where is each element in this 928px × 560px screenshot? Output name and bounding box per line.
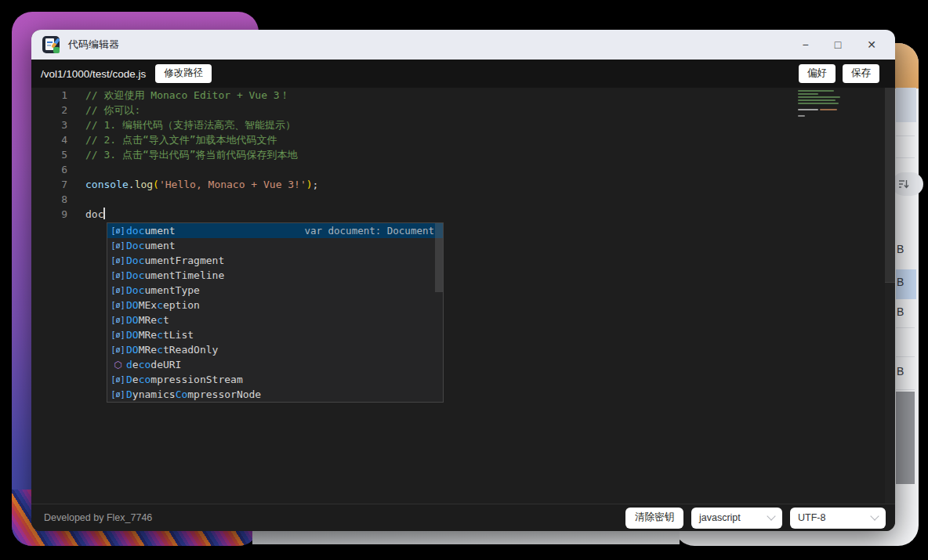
code-editor-area[interactable]: 123456789 // 欢迎使用 Monaco Editor + Vue 3！… [31,88,895,504]
sort-descending-icon [898,179,909,190]
variable-kind-icon: [ø] [110,345,126,354]
statusbar: Developed by Flex_7746 清除密钥 javascript U… [31,504,895,531]
code-line[interactable]: // 欢迎使用 Monaco Editor + Vue 3！ [85,88,793,103]
app-icon [42,36,60,53]
clear-key-button[interactable]: 清除密钥 [625,508,683,529]
file-path: /vol1/1000/test/code.js [41,68,146,80]
minimap[interactable] [798,90,884,118]
sort-button [892,172,923,196]
suggest-label: DynamicsCompressorNode [126,388,261,400]
line-number: 1 [31,88,67,103]
line-number: 4 [31,132,67,147]
background-window-bottom-strip [252,531,680,544]
chevron-down-icon [870,511,879,520]
suggest-scrollbar-thumb[interactable] [435,223,443,292]
minimize-button[interactable]: − [803,39,809,50]
code-content[interactable]: // 欢迎使用 Monaco Editor + Vue 3！// 你可以:// … [85,88,793,222]
filemanager-row-divider [896,135,915,136]
line-number: 2 [31,103,67,117]
filemanager-row-divider [896,356,915,357]
line-number: 6 [31,162,67,177]
code-editor-window: 代码编辑器 − □ ✕ /vol1/1000/test/code.js 修改路径… [31,30,895,531]
module-kind-icon: ⬡ [110,359,126,370]
save-button[interactable]: 保存 [843,64,879,83]
suggest-label: DOMException [126,299,200,311]
language-select-value: javascript [699,512,741,523]
language-select[interactable]: javascript [691,508,782,529]
code-line[interactable] [85,192,793,207]
filemanager-toolbar-sliver [896,88,916,122]
suggest-item[interactable]: [ø]DOMException [107,298,443,313]
code-line[interactable]: // 1. 编辑代码（支持语法高亮、智能提示） [85,117,793,132]
text-cursor [103,208,105,219]
code-line[interactable]: // 你可以: [85,103,793,117]
suggest-label: DecompressionStream [126,374,243,385]
window-title: 代码编辑器 [68,38,119,52]
code-line[interactable]: doc [85,207,793,222]
editor-scrollbar[interactable] [885,88,895,504]
variable-kind-icon: [ø] [110,286,126,294]
suggest-item[interactable]: ⬡decodeURI [107,357,443,372]
variable-kind-icon: [ø] [110,331,126,339]
suggest-item[interactable]: [ø]Document [107,238,443,253]
code-line[interactable] [85,162,793,177]
line-number: 3 [31,117,67,132]
variable-kind-icon: [ø] [110,226,126,235]
encoding-select[interactable]: UTF-8 [790,508,886,529]
credit-text: Developed by Flex_7746 [44,512,152,523]
suggest-label: decodeURI [126,359,181,370]
suggest-detail: var document: Document [304,225,440,237]
line-number: 8 [31,192,67,207]
suggest-item[interactable]: [ø]DocumentTimeline [107,268,443,283]
suggest-item[interactable]: [ø]documentvar document: Document [107,223,443,238]
suggest-item[interactable]: [ø]DynamicsCompressorNode [107,387,443,402]
suggest-item[interactable]: [ø]DOMRectReadOnly [107,342,443,357]
scrollbar-thumb[interactable] [885,88,895,283]
variable-kind-icon: [ø] [110,301,126,309]
variable-kind-icon: [ø] [110,390,126,399]
preferences-button[interactable]: 偏好 [799,64,836,83]
modify-path-button[interactable]: 修改路径 [155,64,212,83]
suggest-item[interactable]: [ø]DocumentFragment [107,253,443,268]
file-size-fragment: B [897,243,920,255]
chevron-down-icon [767,511,775,520]
suggest-item[interactable]: [ø]DocumentType [107,283,443,298]
maximize-button[interactable]: □ [835,39,841,50]
titlebar: 代码编辑器 − □ ✕ [31,30,895,60]
suggest-label: Document [126,240,176,251]
variable-kind-icon: [ø] [110,316,126,324]
suggest-label: DOMRectList [126,329,194,341]
variable-kind-icon: [ø] [110,241,126,250]
filemanager-row-divider [896,327,915,328]
suggest-label: DOMRectReadOnly [126,344,218,356]
file-size-fragment: B [897,305,920,318]
code-line[interactable]: // 3. 点击“导出代码”将当前代码保存到本地 [85,147,793,162]
file-size-fragment: B [897,365,920,378]
suggest-label: DocumentFragment [126,255,224,266]
filemanager-row-divider [896,157,915,158]
encoding-select-value: UTF-8 [798,512,825,523]
suggest-label: DOMRect [126,314,169,326]
variable-kind-icon: [ø] [110,271,126,280]
filemanager-row-divider [896,389,915,390]
filemanager-scroll-area [896,392,915,484]
desktop: { "titlebar": { "title": "代码编辑器", "minim… [0,0,928,560]
line-number: 9 [31,207,67,222]
line-number: 7 [31,177,67,192]
suggest-item[interactable]: [ø]DOMRect [107,313,443,327]
suggest-label: DocumentType [126,284,200,296]
line-number-gutter: 123456789 [31,88,82,222]
code-line[interactable]: console.log('Hello, Monaco + Vue 3!'); [85,177,793,192]
variable-kind-icon: [ø] [110,375,126,384]
path-toolbar: /vol1/1000/test/code.js 修改路径 偏好 保存 [31,60,895,88]
code-line[interactable]: // 2. 点击“导入文件”加载本地代码文件 [85,132,793,147]
file-size-fragment: B [897,276,920,288]
suggest-label: document [126,225,176,237]
autocomplete-popup: [ø]documentvar document: Document[ø]Docu… [107,222,444,403]
suggest-label: DocumentTimeline [126,269,224,281]
variable-kind-icon: [ø] [110,256,126,265]
close-button[interactable]: ✕ [867,39,876,50]
suggest-item[interactable]: [ø]DecompressionStream [107,372,443,387]
suggest-item[interactable]: [ø]DOMRectList [107,327,443,342]
line-number: 5 [31,147,67,162]
